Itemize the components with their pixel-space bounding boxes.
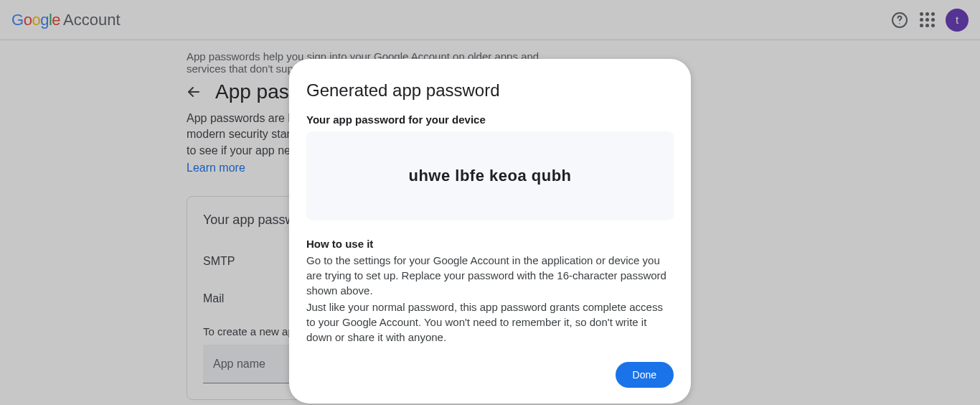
modal-subtitle: Your app password for your device bbox=[306, 113, 674, 126]
done-button[interactable]: Done bbox=[616, 362, 674, 388]
howto-title: How to use it bbox=[306, 238, 674, 250]
generated-password-modal: Generated app password Your app password… bbox=[289, 59, 691, 404]
howto-paragraph: Just like your normal password, this app… bbox=[306, 299, 674, 345]
howto-paragraph: Go to the settings for your Google Accou… bbox=[306, 253, 674, 298]
password-box: uhwe lbfe keoa qubh bbox=[306, 131, 674, 220]
modal-overlay[interactable]: Generated app password Your app password… bbox=[0, 0, 980, 405]
modal-title: Generated app password bbox=[306, 80, 674, 101]
modal-actions: Done bbox=[306, 362, 674, 388]
generated-password: uhwe lbfe keoa qubh bbox=[408, 167, 571, 185]
